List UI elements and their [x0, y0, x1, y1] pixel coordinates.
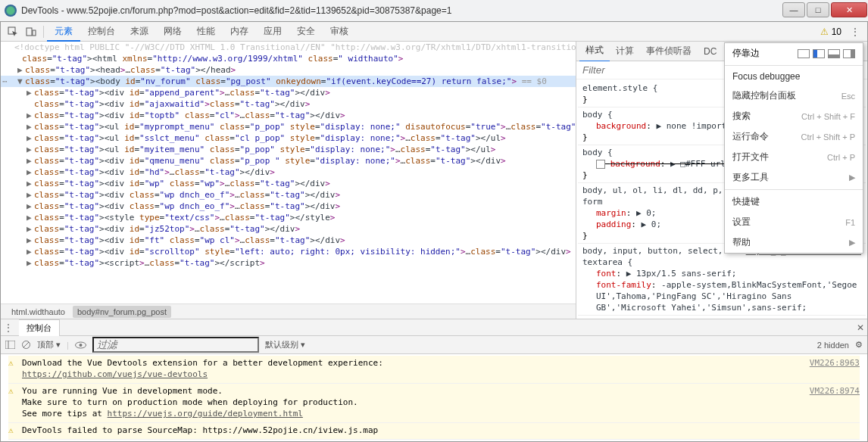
hidden-count[interactable]: 2 hidden [817, 341, 849, 350]
live-expression-icon[interactable] [75, 341, 86, 349]
menu-item[interactable]: 更多工具▶ [725, 167, 863, 188]
dom-node[interactable]: ▶class="t-tag"><div class="wp dnch_eo_f"… [1, 189, 576, 201]
tab-event-listeners[interactable]: 事件侦听器 [640, 41, 698, 61]
dom-node[interactable]: ▶class="t-tag"><head>…class="t-tag"></he… [1, 64, 576, 76]
main-tabstrip: 元素 控制台 来源 网络 性能 内存 应用 安全 审核 10 ⋮ [1, 22, 867, 42]
tab-network[interactable]: 网络 [156, 21, 189, 42]
dom-node[interactable]: ▶class="t-tag"><div id="wp" class="wp">…… [1, 178, 576, 189]
tab-performance[interactable]: 性能 [189, 21, 223, 42]
log-level-selector[interactable]: 默认级别 ▾ [265, 339, 305, 350]
warning-icon [8, 357, 14, 369]
menu-item[interactable]: 隐藏控制台面板Esc [725, 86, 863, 106]
dom-node[interactable]: ▶class="t-tag"><ul id="sslct_menu" class… [1, 132, 576, 144]
property-checkbox[interactable] [596, 160, 605, 169]
console-messages[interactable]: VM226:8963Download the Vue Devtools exte… [1, 354, 867, 441]
tab-computed[interactable]: 计算 [610, 41, 640, 61]
inspect-icon[interactable] [5, 24, 20, 39]
warning-number: 10 [832, 26, 841, 37]
dom-node[interactable]: ▶class="t-tag"><div id="append_parent">…… [1, 87, 576, 98]
dom-node[interactable]: ▶class="t-tag"><div class="wp dnch_eo_f"… [1, 201, 576, 212]
menu-item[interactable]: 搜索Ctrl + Shift + F [725, 106, 863, 126]
message-source-link[interactable]: VM226:8974 [810, 385, 860, 397]
menu-item[interactable]: 打开文件Ctrl + P [725, 147, 863, 167]
console-message[interactable]: VM226:8963Download the Vue Devtools exte… [8, 356, 860, 384]
menu-item[interactable]: 设置F1 [725, 212, 863, 232]
warning-icon [8, 425, 14, 436]
menu-item[interactable]: Focus debuggee [725, 67, 863, 86]
console-filter-input[interactable] [92, 337, 259, 353]
dom-node[interactable]: ▶class="t-tag"><div id="ft" class="wp cl… [1, 235, 576, 246]
dom-node[interactable]: class="t-tag"><html xmlns="http://www.w3… [1, 53, 576, 64]
svg-rect-3 [5, 341, 15, 349]
dom-node[interactable]: ▶class="t-tag"><div id="scrolltop" style… [1, 246, 576, 257]
dom-node[interactable]: ▶class="t-tag"><ul id="myitem_menu" clas… [1, 144, 576, 155]
tab-audits[interactable]: 审核 [323, 21, 356, 42]
dock-side-label: 停靠边 [732, 47, 760, 60]
dom-node[interactable]: ▶class="t-tag"><div id="qmenu_menu" clas… [1, 155, 576, 167]
menu-item[interactable]: 快捷键 [725, 191, 863, 212]
dom-node[interactable]: ▶class="t-tag"><div id="toptb" class="cl… [1, 110, 576, 121]
minimize-button[interactable]: — [782, 2, 805, 17]
device-toggle-icon[interactable] [23, 24, 39, 39]
warning-count[interactable]: 10 [820, 26, 841, 37]
console-message[interactable]: DevTools failed to parse SourceMap: http… [8, 423, 860, 440]
console-sidebar-icon[interactable] [5, 341, 15, 349]
tab-memory[interactable]: 内存 [223, 21, 256, 42]
breadcrumb-item[interactable]: body#nv_forum.pg_post [73, 306, 171, 318]
dock-right-icon[interactable] [843, 49, 855, 58]
window-title: DevTools - www.52pojie.cn/forum.php?mod=… [21, 5, 782, 16]
window-titlebar: DevTools - www.52pojie.cn/forum.php?mod=… [0, 0, 868, 21]
dock-undock-icon[interactable] [798, 49, 810, 58]
tab-security[interactable]: 安全 [289, 21, 323, 42]
menu-item[interactable]: 帮助▶ [725, 232, 863, 253]
menu-item[interactable]: 运行命令Ctrl + Shift + P [725, 126, 863, 147]
maximize-button[interactable]: □ [807, 2, 829, 17]
window-controls: — □ ✕ [782, 2, 868, 19]
close-button[interactable]: ✕ [831, 2, 867, 17]
message-link[interactable]: https://github.com/vuejs/vue-devtools [22, 369, 208, 379]
warning-icon [820, 26, 829, 37]
tab-console[interactable]: 控制台 [80, 21, 123, 42]
clear-console-icon[interactable] [21, 340, 31, 350]
dock-left-icon[interactable] [813, 49, 825, 58]
breadcrumb[interactable]: html.widthauto body#nv_forum.pg_post [1, 303, 576, 319]
console-settings-icon[interactable]: ⚙ [855, 340, 863, 350]
dom-node[interactable]: ▶class="t-tag"><ul id="myprompt_menu" cl… [1, 121, 576, 132]
drawer-close-icon[interactable]: ✕ [854, 322, 867, 333]
tab-application[interactable]: 应用 [256, 21, 289, 42]
dom-node[interactable]: ⋯▼class="t-tag"><body id="nv_forum" clas… [1, 76, 576, 87]
tab-sources[interactable]: 来源 [123, 21, 156, 42]
console-drawer: ⋮ 控制台 ✕ 顶部 ▾ | 默认级别 ▾ 2 hidden ⚙ VM226:8… [1, 319, 867, 441]
app-icon [5, 5, 17, 17]
dock-bottom-icon[interactable] [828, 49, 840, 58]
svg-rect-1 [27, 28, 32, 36]
svg-point-8 [79, 344, 82, 347]
tab-dom-breakpoints[interactable]: DC [698, 42, 723, 61]
dom-node[interactable]: class="t-tag"><div id="ajaxwaitid">class… [1, 98, 576, 110]
more-icon[interactable]: ⋮ [848, 24, 863, 39]
tab-styles[interactable]: 样式 [579, 40, 610, 62]
tab-elements[interactable]: 元素 [47, 21, 80, 42]
dom-node[interactable]: ▶class="t-tag"><style type="text/css">…c… [1, 212, 576, 223]
css-rule[interactable]: style_1_com…n.css?M7x:1body, input, butt… [578, 244, 866, 316]
drawer-tab-console[interactable]: 控制台 [19, 319, 60, 336]
breadcrumb-item[interactable]: html.widthauto [7, 306, 70, 318]
svg-rect-2 [33, 30, 36, 36]
message-link[interactable]: https://vuejs.org/guide/deployment.html [108, 409, 303, 419]
context-selector[interactable]: 顶部 ▾ [37, 339, 61, 350]
dom-tree[interactable]: <!doctype html PUBLIC "-//W3C//DTD XHTML… [1, 42, 576, 303]
dom-node[interactable]: ▶class="t-tag"><div id="hd">…class="t-ta… [1, 167, 576, 178]
warning-icon [8, 385, 14, 397]
drawer-more-icon[interactable]: ⋮ [1, 322, 16, 333]
message-source-link[interactable]: VM226:8963 [810, 357, 860, 369]
dom-node[interactable]: ▶class="t-tag"><div id="jz52top">…class=… [1, 223, 576, 235]
console-message[interactable]: VM226:8974You are running Vue in develop… [8, 384, 860, 423]
devtools-context-menu: 停靠边 Focus debuggee隐藏控制台面板Esc搜索Ctrl + Shi… [724, 42, 863, 254]
dom-node[interactable]: ▶class="t-tag"><script>…class="t-tag"></… [1, 257, 576, 269]
svg-line-6 [23, 342, 29, 347]
dock-side-row: 停靠边 [725, 43, 863, 64]
